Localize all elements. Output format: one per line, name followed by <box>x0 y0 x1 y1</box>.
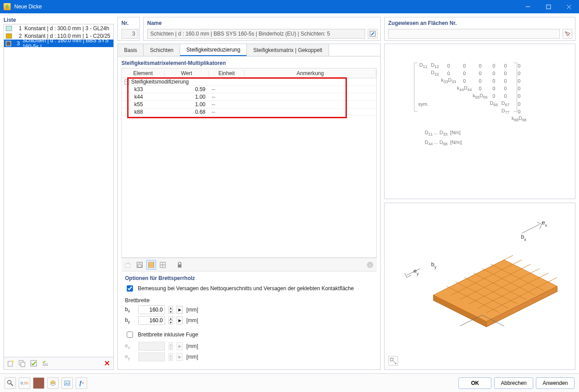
grid-button[interactable] <box>158 260 168 270</box>
pick-surfaces-button[interactable] <box>563 29 572 39</box>
check-fuge-label: Brettbreite inklusive Fuge <box>138 332 198 338</box>
picture-button[interactable] <box>61 377 73 389</box>
help-button[interactable] <box>4 377 16 389</box>
by-step-button[interactable]: ▶ <box>177 316 183 324</box>
table-row[interactable]: k33 0.59 -- <box>122 86 376 93</box>
list-title: Liste <box>4 17 114 23</box>
lock-button[interactable] <box>175 260 185 270</box>
by-unit: [mm] <box>186 317 198 324</box>
nr-input[interactable] <box>121 29 138 39</box>
bx-spinner[interactable]: ▲▼ <box>169 306 173 314</box>
window-titlebar: 6 Neue Dicke <box>0 0 579 13</box>
bx-label: bx <box>125 306 135 313</box>
th-unit: Einheit <box>209 70 245 76</box>
list-item[interactable]: 1 Konstant | d : 300.0 mm | 3 - GL24h <box>4 24 113 32</box>
check-list-button[interactable] <box>40 359 50 368</box>
svg-rect-14 <box>137 262 142 268</box>
svg-line-48 <box>11 384 13 386</box>
name-input[interactable] <box>147 29 365 39</box>
list-item-index: 3 <box>14 40 20 47</box>
save-button[interactable] <box>135 260 145 270</box>
svg-point-47 <box>8 380 11 384</box>
list-panel: 1 Konstant | d : 300.0 mm | 3 - GL24h 2 … <box>4 24 114 370</box>
stiffness-matrix-panel: D11D12000000 D22000000 k33D3300000 k44D4… <box>384 44 575 199</box>
check-all-button[interactable] <box>29 359 39 368</box>
stiffness-group-title: Steifigkeitsmatrixelement-Multiplikatore… <box>121 60 377 66</box>
color-button[interactable] <box>33 377 44 389</box>
minimize-button[interactable] <box>518 0 538 13</box>
cell-element: k55 <box>122 101 165 108</box>
svg-rect-13 <box>125 264 130 268</box>
function-button[interactable]: ƒ » <box>76 377 87 389</box>
table-row[interactable]: k88 0.68 -- <box>122 108 376 116</box>
edit-name-button[interactable] <box>368 29 378 39</box>
check-fuge[interactable]: Brettbreite inklusive Fuge <box>125 330 373 339</box>
units-button[interactable]: 0,00 <box>19 377 30 389</box>
copy-item-button[interactable] <box>17 359 27 368</box>
tree-header-row[interactable]: −Steifigkeitsmodifizierung <box>122 78 376 86</box>
cell-unit: -- <box>209 101 245 108</box>
svg-rect-1 <box>547 5 551 9</box>
cancel-button[interactable]: Abbrechen <box>494 377 533 389</box>
list-item[interactable]: 3 Schichten | d : 160.0 mm | BBS SYS 160… <box>4 40 113 47</box>
svg-text:ex: ex <box>542 219 547 228</box>
bx-input[interactable] <box>138 305 165 314</box>
svg-rect-20 <box>160 262 165 268</box>
assigned-input[interactable] <box>388 29 560 39</box>
tab-steifigkeitsreduzierung[interactable]: Steifigkeitsreduzierung <box>180 44 247 56</box>
by-input[interactable] <box>138 316 165 325</box>
tab-schichten[interactable]: Schichten <box>144 44 180 56</box>
check-net-section[interactable]: Bemessung bei Versagen des Nettoquerschn… <box>125 284 373 293</box>
cell-element: k33 <box>122 86 165 92</box>
nr-label: Nr. <box>121 20 137 26</box>
svg-rect-6 <box>19 360 23 365</box>
list-item-label: Schichten | d : 160.0 mm | BBS SYS 160-5… <box>22 37 112 50</box>
delete-item-button[interactable]: ✕ <box>102 359 112 368</box>
apply-button[interactable]: Anwenden <box>536 377 575 389</box>
matrix-legend: D11 ... D33 [Nm] D44 ... D88 [N/m] <box>425 128 462 148</box>
maximize-button[interactable] <box>538 0 559 13</box>
bx-unit: [mm] <box>186 307 198 313</box>
svg-point-24 <box>367 262 373 268</box>
bx-step-button[interactable]: ▶ <box>177 306 183 314</box>
color-swatch <box>6 26 12 31</box>
cell-value[interactable]: 0.59 <box>165 86 209 92</box>
stiffness-table: Element Wert Einheit Anmerkung −Steifigk… <box>121 68 377 258</box>
table-row[interactable]: k44 1.00 -- <box>122 93 376 101</box>
tab-basis[interactable]: Basis <box>118 44 144 56</box>
dialog-footer: 0,00 ƒ » OK Abbrechen Anwenden <box>0 373 579 392</box>
list-item-index: 1 <box>15 25 22 32</box>
layers-button[interactable] <box>47 377 59 389</box>
svg-rect-16 <box>138 265 141 267</box>
check-fuge-box[interactable] <box>127 332 133 338</box>
close-button[interactable] <box>559 0 579 13</box>
collapse-icon[interactable]: − <box>125 80 129 84</box>
svg-point-52 <box>66 382 67 383</box>
cell-value[interactable]: 1.00 <box>165 94 209 100</box>
check-net-section-box[interactable] <box>127 285 133 292</box>
apply-to-orthotropy-button[interactable] <box>146 260 156 270</box>
svg-rect-4 <box>8 361 12 366</box>
ey-input <box>138 352 165 361</box>
check-net-section-label: Bemessung bei Versagen des Nettoquerschn… <box>138 285 354 292</box>
svg-rect-45 <box>390 358 393 361</box>
list-body[interactable]: 1 Konstant | d : 300.0 mm | 3 - GL24h 2 … <box>4 24 113 357</box>
table-row[interactable]: k55 1.00 -- <box>122 101 376 108</box>
tab-steifigkeitsmatrix[interactable]: Steifigkeitsmatrix | Gekoppelt <box>247 44 329 56</box>
tree-header-label: Steifigkeitsmodifizierung <box>131 79 189 85</box>
ey-spinner: ▲▼ <box>169 353 173 361</box>
list-item-label: Konstant | d : 300.0 mm | 3 - GL24h <box>24 25 109 32</box>
assigned-label: Zugewiesen an Flächen Nr. <box>388 20 572 26</box>
import-button[interactable] <box>123 260 133 270</box>
new-item-button[interactable] <box>6 359 16 368</box>
cell-value[interactable]: 1.00 <box>165 101 209 108</box>
info-button[interactable]: i <box>365 260 375 270</box>
svg-marker-49 <box>50 380 56 384</box>
ok-button[interactable]: OK <box>458 377 491 389</box>
th-element: Element <box>122 70 165 76</box>
view-mode-button[interactable] <box>388 356 398 366</box>
by-spinner[interactable]: ▲▼ <box>169 316 173 324</box>
app-icon: 6 <box>4 3 11 10</box>
cell-value[interactable]: 0.68 <box>165 109 209 115</box>
svg-marker-50 <box>50 382 56 386</box>
